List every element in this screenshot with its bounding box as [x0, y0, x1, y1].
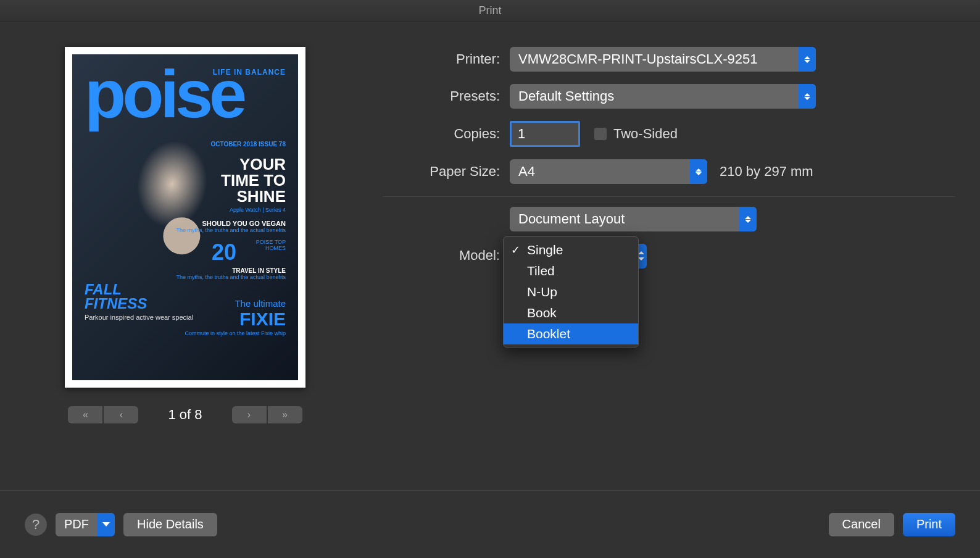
page-indicator: 1 of 8: [168, 407, 202, 423]
mode-option-tiled[interactable]: Tiled: [504, 260, 638, 281]
cover-watch: Apple Watch | Series 4: [230, 207, 286, 214]
paper-dimensions: 210 by 297 mm: [720, 164, 813, 180]
footer: ? PDF Hide Details Cancel Print: [0, 490, 980, 558]
preview-page: LIFE IN BALANCE poise OCTOBER 2018 ISSUE…: [65, 47, 305, 388]
prev-page-button[interactable]: ‹: [104, 406, 138, 423]
cover-fixie: FIXIE: [239, 309, 286, 330]
cover-fall: FALL FITNESS: [85, 283, 147, 311]
chevron-down-icon: [98, 513, 115, 536]
hide-details-button[interactable]: Hide Details: [123, 513, 217, 536]
mode-option-nup[interactable]: N-Up: [504, 281, 638, 302]
paper-size-select[interactable]: A4: [510, 159, 707, 184]
cover-travel: TRAVEL IN STYLE The myths, the truths an…: [176, 267, 286, 281]
updown-icon: [799, 47, 816, 72]
mode-option-book[interactable]: Book: [504, 302, 638, 323]
titlebar: Print: [0, 0, 980, 22]
first-page-button[interactable]: «: [68, 406, 102, 423]
cover-homes: POISE TOP HOMES: [236, 239, 286, 252]
print-dialog: Print LIFE IN BALANCE poise OCTOBER 2018…: [0, 0, 980, 558]
preview-column: LIFE IN BALANCE poise OCTOBER 2018 ISSUE…: [25, 47, 346, 490]
printer-label: Printer:: [383, 51, 500, 67]
help-button[interactable]: ?: [25, 514, 47, 536]
preview-pager: « ‹ 1 of 8 › »: [68, 406, 302, 423]
cover-fixie-sub: Commute in style on the latest Fixie whi…: [185, 331, 286, 337]
paper-size-label: Paper Size:: [383, 164, 500, 180]
cover-title: poise: [85, 67, 243, 121]
cover-ultimate: The ultimate: [235, 298, 286, 309]
pdf-button[interactable]: PDF: [56, 513, 115, 536]
window-title: Print: [478, 4, 501, 17]
magazine-cover: LIFE IN BALANCE poise OCTOBER 2018 ISSUE…: [72, 54, 298, 380]
copies-label: Copies:: [383, 126, 500, 142]
divider: [383, 196, 955, 197]
two-sided-checkbox[interactable]: [594, 127, 607, 141]
updown-icon: [739, 207, 757, 231]
presets-select[interactable]: Default Settings: [510, 84, 816, 109]
mode-option-booklet[interactable]: Booklet: [504, 323, 638, 344]
mode-dropdown: Single Tiled N-Up Book Booklet: [503, 236, 639, 348]
cover-issue: OCTOBER 2018 ISSUE 78: [210, 141, 286, 148]
two-sided-label: Two-Sided: [613, 126, 678, 142]
copies-input[interactable]: [510, 121, 580, 147]
updown-icon: [690, 159, 707, 184]
mode-option-single[interactable]: Single: [504, 239, 638, 260]
mode-row: Model: Single Tiled N-Up Book Booklet: [383, 244, 955, 264]
printer-select[interactable]: VMW28CMR-PRINT-UpstairsCLX-9251: [510, 47, 816, 72]
presets-label: Presets:: [383, 88, 500, 104]
cover-headline: YOUR TIME TO SHINE: [221, 156, 286, 204]
cover-bignum: 20: [212, 239, 236, 265]
last-page-button[interactable]: »: [268, 406, 302, 423]
content-area: LIFE IN BALANCE poise OCTOBER 2018 ISSUE…: [0, 22, 980, 490]
cover-vegan: SHOULD YOU GO VEGAN The myths, the truth…: [176, 220, 286, 234]
mode-label: Model:: [383, 244, 500, 264]
settings-column: Printer: VMW28CMR-PRINT-UpstairsCLX-9251…: [383, 47, 955, 490]
section-select[interactable]: Document Layout: [510, 207, 757, 231]
next-page-button[interactable]: ›: [232, 406, 267, 423]
updown-icon: [799, 84, 816, 109]
cancel-button[interactable]: Cancel: [829, 513, 894, 536]
cover-fall-sub: Parkour inspired active wear special: [85, 314, 193, 322]
print-button[interactable]: Print: [903, 513, 955, 536]
